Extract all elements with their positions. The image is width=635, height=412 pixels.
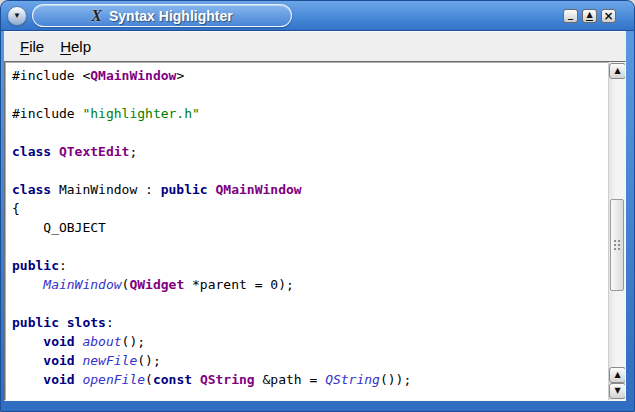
menubar: FileHelp <box>4 31 626 61</box>
app-x11-icon: X <box>91 8 102 24</box>
code-line <box>12 161 608 180</box>
code-line: Q_OBJECT <box>12 218 608 237</box>
scroll-up-button[interactable]: ▲ <box>609 63 626 79</box>
code-line: class QTextEdit; <box>12 142 608 161</box>
titlebar-pill: X Syntax Highlighter <box>32 4 292 27</box>
code-line: class MainWindow : public QMainWindow <box>12 180 608 199</box>
code-line: #include <QMainWindow> <box>12 66 608 85</box>
arrow-up-icon: ▲ <box>614 67 620 75</box>
code-line: void about(); <box>12 332 608 351</box>
code-line: { <box>12 199 608 218</box>
chevron-down-icon: ▼ <box>13 12 21 20</box>
code-line: public: <box>12 256 608 275</box>
code-line <box>12 294 608 313</box>
maximize-button[interactable]: ▲ <box>582 9 597 23</box>
scroll-up-button-bottom[interactable]: ▲ <box>609 367 626 383</box>
arrow-up-icon: ▲ <box>614 371 620 379</box>
code-line <box>12 85 608 104</box>
menu-item-help[interactable]: Help <box>52 35 99 58</box>
code-line: #include "highlighter.h" <box>12 104 608 123</box>
close-icon: × <box>603 10 613 22</box>
code-line: void openFile(const QString &path = QStr… <box>12 370 608 389</box>
arrow-down-icon: ▼ <box>614 387 620 395</box>
window-content: FileHelp #include <QMainWindow> #include… <box>4 31 626 401</box>
maximize-icon: ▲ <box>586 11 592 21</box>
window-title: Syntax Highlighter <box>109 8 233 24</box>
close-button[interactable]: × <box>601 9 616 23</box>
code-line: public slots: <box>12 313 608 332</box>
minimize-icon: _ <box>568 9 573 19</box>
minimize-button[interactable]: _ <box>563 9 578 23</box>
code-line: MainWindow(QWidget *parent = 0); <box>12 275 608 294</box>
window-frame: ▼ X Syntax Highlighter _ ▲ × FileHelp #i… <box>0 0 635 412</box>
titlebar[interactable]: ▼ X Syntax Highlighter _ ▲ × <box>1 1 634 31</box>
code-line <box>12 123 608 142</box>
menu-item-file[interactable]: File <box>12 35 52 58</box>
code-line <box>12 237 608 256</box>
scroll-down-button[interactable]: ▼ <box>609 383 626 399</box>
window-controls: _ ▲ × <box>563 9 616 23</box>
vertical-scrollbar[interactable]: ▲ ▲ ▼ <box>608 62 625 400</box>
scrollbar-grip-icon <box>612 238 622 252</box>
code-line: void newFile(); <box>12 351 608 370</box>
code-editor[interactable]: #include <QMainWindow> #include "highlig… <box>5 62 608 400</box>
editor-frame: #include <QMainWindow> #include "highlig… <box>4 61 626 401</box>
window-menu-button[interactable]: ▼ <box>7 6 27 26</box>
scrollbar-thumb[interactable] <box>610 199 624 291</box>
